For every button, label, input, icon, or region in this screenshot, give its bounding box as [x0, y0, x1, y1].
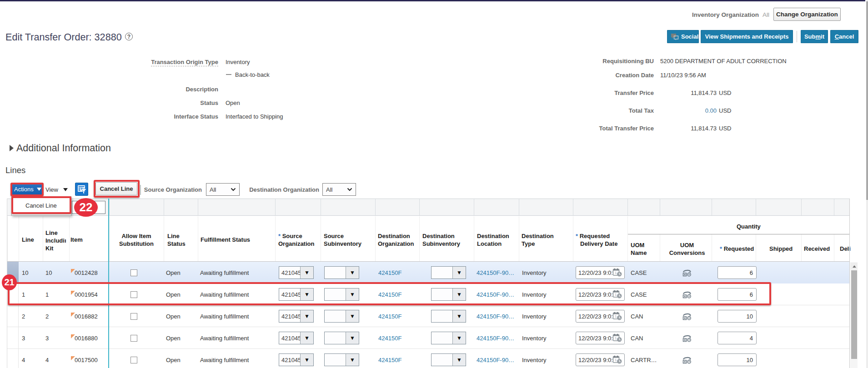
svg-text:1: 1	[615, 358, 617, 362]
svg-text:1: 1	[615, 336, 617, 340]
svg-text:1: 1	[615, 271, 617, 275]
svg-text:1: 1	[615, 314, 617, 318]
